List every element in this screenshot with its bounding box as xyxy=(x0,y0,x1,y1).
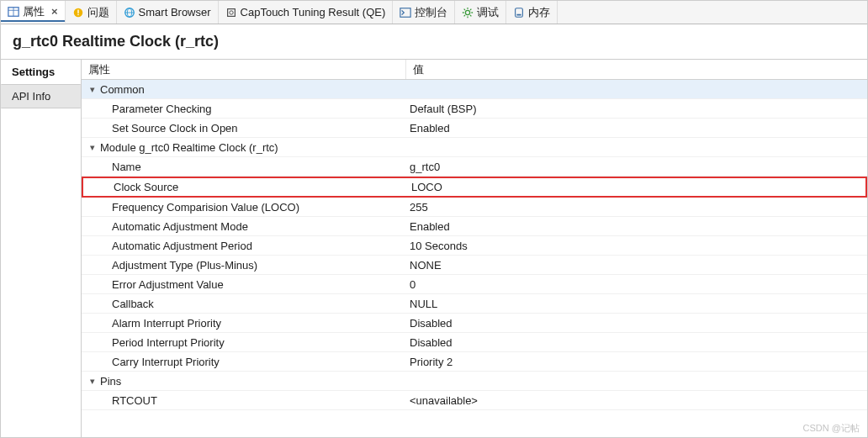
svg-rect-4 xyxy=(77,9,78,13)
property-name: Period Interrupt Priority xyxy=(112,336,225,349)
tab-probs[interactable]: 问题 xyxy=(66,1,117,24)
tab-memory[interactable]: 内存 xyxy=(506,1,558,24)
svg-point-10 xyxy=(229,10,232,13)
group-label: Common xyxy=(100,83,145,96)
tab-props[interactable]: 属性× xyxy=(1,1,66,24)
property-value[interactable]: Disabled xyxy=(406,336,867,349)
property-name: Alarm Interrupt Priority xyxy=(112,317,221,330)
disk-icon xyxy=(513,7,525,18)
svg-rect-9 xyxy=(227,8,235,16)
property-name: Carry Interrupt Priority xyxy=(112,356,220,368)
property-row[interactable]: Error Adjustment Value0 xyxy=(82,275,867,294)
property-name: Clock Source xyxy=(114,181,178,193)
svg-rect-14 xyxy=(517,13,521,15)
property-value[interactable]: Default (BSP) xyxy=(406,103,867,115)
group-label: Pins xyxy=(100,375,121,388)
property-name: RTCOUT xyxy=(112,394,157,407)
property-value[interactable]: Priority 2 xyxy=(406,356,867,368)
group-label: Module g_rtc0 Realtime Clock (r_rtc) xyxy=(100,141,278,154)
property-row[interactable]: Clock SourceLOCO xyxy=(82,177,867,198)
console-icon xyxy=(400,7,411,18)
property-value[interactable]: <unavailable> xyxy=(406,394,867,407)
tab-smart[interactable]: Smart Browser xyxy=(117,1,219,24)
column-header-value[interactable]: 值 xyxy=(406,60,867,79)
property-value[interactable]: Disabled xyxy=(406,317,867,330)
property-name: Automatic Adjustment Mode xyxy=(112,220,248,233)
chip-icon xyxy=(225,7,237,18)
property-row[interactable]: CallbackNULL xyxy=(82,294,867,314)
group-row[interactable]: Module g_rtc0 Realtime Clock (r_rtc) xyxy=(82,138,867,157)
close-icon[interactable]: × xyxy=(51,5,58,18)
property-name: Frequency Comparision Value (LOCO) xyxy=(112,201,299,214)
property-name: Set Source Clock in Open xyxy=(112,122,238,135)
group-row[interactable]: Common xyxy=(82,80,867,99)
table-icon xyxy=(8,6,19,18)
property-name: Parameter Checking xyxy=(112,103,212,115)
chevron-down-icon[interactable] xyxy=(87,374,98,387)
tab-ctune[interactable]: CapTouch Tuning Result (QE) xyxy=(219,1,394,24)
property-value[interactable]: LOCO xyxy=(408,181,865,193)
left-sidebar: Settings API Info xyxy=(1,60,82,437)
property-name: Automatic Adjustment Period xyxy=(112,240,252,252)
tab-label: 控制台 xyxy=(415,5,447,20)
property-name: Name xyxy=(112,161,141,173)
tab-label: 内存 xyxy=(528,5,550,20)
sidebar-item-api-info[interactable]: API Info xyxy=(1,84,81,108)
page-title: g_rtc0 Realtime Clock (r_rtc) xyxy=(1,24,867,60)
svg-rect-5 xyxy=(77,13,78,14)
property-value[interactable]: g_rtc0 xyxy=(406,161,867,173)
property-grid: 属性 值 CommonParameter CheckingDefault (BS… xyxy=(82,60,867,437)
svg-point-12 xyxy=(466,10,470,14)
property-value[interactable]: NONE xyxy=(406,259,867,272)
grid-body: CommonParameter CheckingDefault (BSP)Set… xyxy=(82,80,867,437)
tab-label: 问题 xyxy=(87,5,109,20)
tab-label: Smart Browser xyxy=(139,6,211,18)
property-row[interactable]: Frequency Comparision Value (LOCO)255 xyxy=(82,198,867,217)
property-row[interactable]: Parameter CheckingDefault (BSP) xyxy=(82,99,867,119)
property-value[interactable]: 0 xyxy=(406,278,867,291)
column-header-property[interactable]: 属性 xyxy=(82,60,406,79)
gear-icon xyxy=(462,7,474,18)
property-row[interactable]: RTCOUT<unavailable> xyxy=(82,391,867,410)
property-name: Adjustment Type (Plus-Minus) xyxy=(112,259,257,272)
group-row[interactable]: Pins xyxy=(82,372,867,391)
tab-label: CapTouch Tuning Result (QE) xyxy=(241,6,386,18)
property-value[interactable]: 255 xyxy=(406,201,867,214)
property-row[interactable]: Adjustment Type (Plus-Minus)NONE xyxy=(82,256,867,275)
property-value[interactable]: Enabled xyxy=(406,122,867,135)
property-value[interactable]: 10 Seconds xyxy=(406,240,867,252)
tab-debug[interactable]: 调试 xyxy=(455,1,506,24)
property-row[interactable]: Automatic Adjustment ModeEnabled xyxy=(82,217,867,236)
warn-icon xyxy=(72,7,84,18)
property-row[interactable]: Set Source Clock in OpenEnabled xyxy=(82,119,867,138)
property-row[interactable]: Automatic Adjustment Period10 Seconds xyxy=(82,236,867,256)
globe-icon xyxy=(124,7,135,18)
svg-rect-13 xyxy=(516,8,523,17)
property-name: Callback xyxy=(112,298,154,310)
property-row[interactable]: Nameg_rtc0 xyxy=(82,157,867,177)
property-name: Error Adjustment Value xyxy=(112,278,224,291)
grid-header: 属性 值 xyxy=(82,60,867,80)
view-tabbar: 属性×问题Smart BrowserCapTouch Tuning Result… xyxy=(1,1,867,24)
property-value[interactable]: Enabled xyxy=(406,220,867,233)
tab-console[interactable]: 控制台 xyxy=(393,1,455,24)
property-row[interactable]: Alarm Interrupt PriorityDisabled xyxy=(82,314,867,333)
tab-label: 属性 xyxy=(23,4,45,19)
svg-rect-11 xyxy=(400,8,410,17)
chevron-down-icon[interactable] xyxy=(87,82,98,95)
property-row[interactable]: Period Interrupt PriorityDisabled xyxy=(82,333,867,352)
chevron-down-icon[interactable] xyxy=(87,140,98,153)
sidebar-item-settings[interactable]: Settings xyxy=(1,60,81,84)
property-value[interactable]: NULL xyxy=(406,298,867,310)
tab-label: 调试 xyxy=(477,5,499,20)
property-row[interactable]: Carry Interrupt PriorityPriority 2 xyxy=(82,352,867,372)
